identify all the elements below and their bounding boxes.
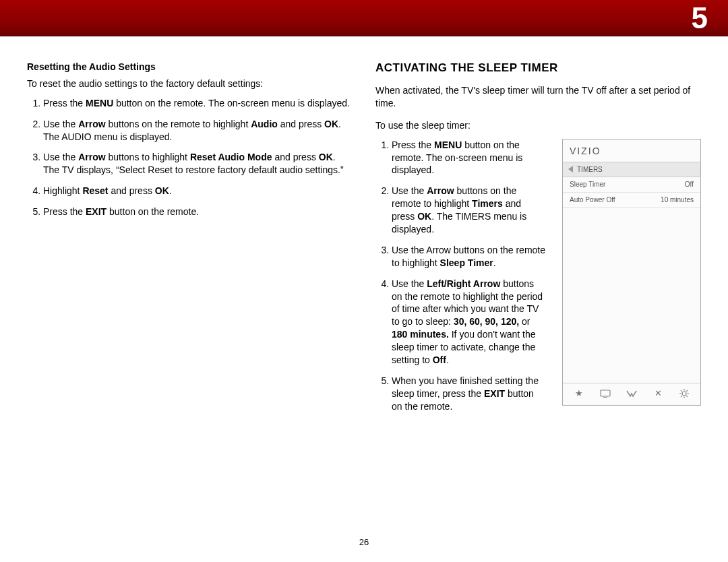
svg-line-10 bbox=[681, 396, 682, 397]
tv-icon bbox=[597, 389, 613, 398]
osd-panel: VIZIO TIMERS Sleep TimerOffAuto Power Of… bbox=[562, 139, 701, 406]
right-intro: When activated, the TV's sleep timer wil… bbox=[375, 84, 701, 110]
chapter-number: 5 bbox=[692, 0, 708, 36]
right-steps-wrap: Press the MENU button on the remote. The… bbox=[375, 139, 549, 421]
right-body: Press the MENU button on the remote. The… bbox=[375, 139, 701, 421]
osd-row-label: Auto Power Off bbox=[570, 195, 615, 205]
page-number: 26 bbox=[0, 536, 728, 549]
svg-line-9 bbox=[687, 390, 688, 392]
svg-point-2 bbox=[682, 392, 686, 396]
osd-empty-space bbox=[563, 208, 700, 383]
osd-brand: VIZIO bbox=[563, 139, 700, 162]
svg-line-8 bbox=[687, 396, 688, 397]
left-intro: To reset the audio settings to the facto… bbox=[27, 77, 353, 90]
chapter-header: 5 bbox=[0, 0, 728, 36]
left-steps: Press the MENU button on the remote. The… bbox=[27, 97, 353, 218]
osd-row: Sleep TimerOff bbox=[563, 177, 700, 193]
step-item: Use the Arrow buttons on the remote to h… bbox=[43, 118, 353, 144]
right-lead: To use the sleep timer: bbox=[375, 119, 701, 132]
svg-rect-1 bbox=[603, 397, 607, 398]
close-icon: ✕ bbox=[650, 387, 666, 400]
step-item: Press the MENU button on the remote. The… bbox=[43, 97, 353, 110]
step-item: Highlight Reset and press OK. bbox=[43, 185, 353, 197]
gear-icon bbox=[676, 389, 692, 398]
osd-crumb-label: TIMERS bbox=[577, 165, 603, 175]
right-steps: Press the MENU button on the remote. The… bbox=[375, 139, 549, 413]
osd-row: Auto Power Off10 minutes bbox=[563, 193, 700, 208]
right-column: ACTIVATING THE SLEEP TIMER When activate… bbox=[375, 61, 701, 421]
v-icon bbox=[624, 389, 640, 398]
osd-row-value: Off bbox=[685, 180, 694, 189]
step-item: Use the Arrow buttons to highlight Reset… bbox=[43, 151, 353, 177]
star-icon: ★ bbox=[571, 387, 587, 400]
step-item: Use the Arrow buttons on the remote to h… bbox=[392, 244, 549, 270]
left-column: Resetting the Audio Settings To reset th… bbox=[27, 61, 353, 421]
svg-line-7 bbox=[681, 390, 682, 392]
step-item: Use the Left/Right Arrow buttons on the … bbox=[392, 278, 549, 367]
osd-row-label: Sleep Timer bbox=[570, 180, 605, 189]
back-icon bbox=[568, 166, 573, 173]
step-item: When you have finished setting the sleep… bbox=[392, 375, 549, 413]
osd-breadcrumb: TIMERS bbox=[563, 162, 700, 178]
left-heading: Resetting the Audio Settings bbox=[27, 61, 353, 73]
step-item: Use the Arrow buttons on the remote to h… bbox=[392, 185, 549, 236]
section-title: ACTIVATING THE SLEEP TIMER bbox=[375, 61, 701, 76]
step-item: Press the EXIT button on the remote. bbox=[43, 206, 353, 218]
osd-row-value: 10 minutes bbox=[661, 195, 694, 205]
osd-footer: ★ ✕ bbox=[563, 383, 700, 405]
page-body: Resetting the Audio Settings To reset th… bbox=[0, 36, 728, 421]
step-item: Press the MENU button on the remote. The… bbox=[392, 139, 549, 177]
svg-rect-0 bbox=[601, 390, 610, 396]
